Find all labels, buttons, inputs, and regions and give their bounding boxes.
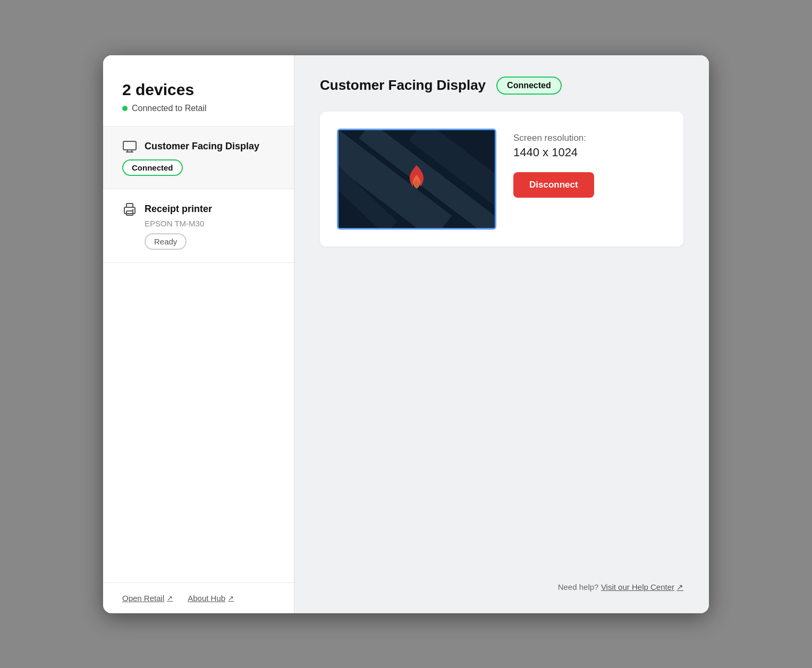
device-name-printer: Receipt printer: [145, 204, 212, 215]
printer-model: EPSON TM-M30: [145, 219, 275, 228]
screen-resolution-label: Screen resolution:: [513, 133, 594, 143]
sidebar: 2 devices Connected to Retail: [103, 55, 294, 613]
connected-row: Connected to Retail: [122, 104, 275, 113]
screen-preview-inner: [339, 130, 495, 228]
help-text: Need help?: [558, 582, 599, 591]
main-footer: Need help? Visit our Help Center ↗: [320, 570, 683, 592]
main-content: Customer Facing Display Connected: [294, 55, 709, 613]
open-retail-label: Open Retail: [122, 594, 164, 603]
monitor-icon: [122, 139, 137, 154]
device-detail-card: Screen resolution: 1440 x 1024 Disconnec…: [320, 112, 683, 247]
green-dot-icon: [122, 106, 128, 111]
main-status-badge: Connected: [496, 77, 562, 95]
svg-rect-0: [123, 141, 136, 150]
device-list: Customer Facing Display Connected: [103, 126, 294, 582]
main-title: Customer Facing Display: [320, 77, 486, 94]
flame-logo-icon: [407, 164, 427, 194]
sidebar-item-customer-facing-display[interactable]: Customer Facing Display Connected: [103, 126, 294, 189]
disconnect-button[interactable]: Disconnect: [513, 172, 594, 198]
help-link-label: Visit our Help Center: [601, 582, 674, 591]
device-item-row: Customer Facing Display: [122, 139, 275, 154]
app-window: 2 devices Connected to Retail: [103, 55, 709, 613]
device-count-title: 2 devices: [122, 81, 275, 98]
external-link-icon-retail: ↗: [167, 594, 173, 602]
screen-resolution-value: 1440 x 1024: [513, 146, 594, 159]
screen-resolution-block: Screen resolution: 1440 x 1024: [513, 133, 594, 159]
about-hub-label: About Hub: [188, 594, 225, 603]
main-header: Customer Facing Display Connected: [320, 77, 683, 95]
external-link-icon-help: ↗: [676, 582, 683, 592]
sidebar-item-receipt-printer[interactable]: Receipt printer EPSON TM-M30 Ready: [103, 189, 294, 263]
visit-help-center-link[interactable]: Visit our Help Center ↗: [601, 582, 683, 592]
sidebar-header: 2 devices Connected to Retail: [103, 55, 294, 126]
badge-connected-cfd: Connected: [122, 159, 183, 176]
svg-rect-5: [126, 204, 133, 207]
device-item-row-printer: Receipt printer: [122, 202, 275, 217]
device-name-cfd: Customer Facing Display: [145, 141, 259, 152]
svg-point-7: [132, 209, 134, 210]
badge-ready-printer: Ready: [145, 233, 187, 250]
screen-preview: [337, 129, 496, 230]
sidebar-footer: Open Retail ↗ About Hub ↗: [103, 582, 294, 613]
device-info: Screen resolution: 1440 x 1024 Disconnec…: [513, 129, 594, 198]
about-hub-link[interactable]: About Hub ↗: [188, 594, 234, 603]
open-retail-link[interactable]: Open Retail ↗: [122, 594, 173, 603]
external-link-icon-hub: ↗: [228, 594, 234, 602]
connected-to-retail-label: Connected to Retail: [132, 104, 207, 113]
printer-icon: [122, 202, 137, 217]
